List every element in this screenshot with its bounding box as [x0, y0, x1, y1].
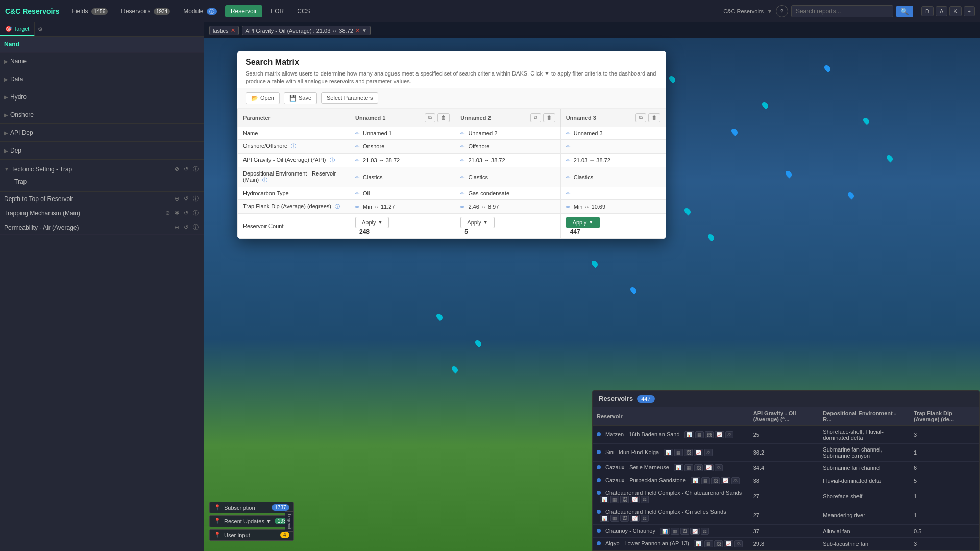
sidebar-row-depth[interactable]: Depth to Top of Reservoir ⊖ ↺ ⓘ: [0, 192, 204, 206]
edit-icon-1-2[interactable]: ✏: [566, 144, 570, 149]
edit-icon-0-2[interactable]: ✏: [566, 131, 570, 136]
save-icon: 💾: [289, 95, 297, 102]
matrix-col-3-header: Unnamed 3 ⧉ 🗑: [560, 109, 666, 127]
perm-action-1[interactable]: ⊖: [173, 223, 181, 232]
sidebar-section-data-header[interactable]: ▶ Data: [4, 73, 200, 85]
sidebar-row-permeability[interactable]: Permeability - Air (Average) ⊖ ↺ ⓘ: [0, 220, 204, 235]
perm-info[interactable]: ⓘ: [191, 223, 200, 232]
help-button[interactable]: ?: [776, 5, 788, 17]
matrix-param-header: Parameter: [238, 109, 350, 127]
sidebar-tab-target[interactable]: 🎯 Target: [0, 22, 35, 36]
matrix-value-cell-3-2: ✏ Clastics: [560, 167, 666, 187]
search-input[interactable]: [791, 5, 893, 17]
sidebar-section-name-header[interactable]: ▶ Name: [4, 56, 200, 67]
sidebar-section-api-header[interactable]: ▶ API Dep: [4, 127, 200, 138]
sidebar-section-hydro-header[interactable]: ▶ Hydro: [4, 91, 200, 103]
trapping-action-3[interactable]: ↺: [182, 209, 190, 217]
edit-icon-2-1[interactable]: ✏: [460, 158, 464, 163]
param-info-icon[interactable]: ⓘ: [330, 157, 335, 163]
map-area: lastics ✕ API Gravity - Oil (Average) : …: [204, 22, 980, 551]
col3-copy-btn[interactable]: ⧉: [635, 113, 646, 122]
tectonic-action-2[interactable]: ↺: [182, 165, 190, 173]
col1-copy-btn[interactable]: ⧉: [425, 113, 435, 122]
matrix-header-row: Parameter Unnamed 1 ⧉ 🗑: [238, 109, 666, 127]
modal-open-btn[interactable]: 📂 Open: [246, 92, 280, 104]
sidebar-section-onshore: ▶ Onshore: [0, 106, 204, 124]
col3-delete-btn[interactable]: 🗑: [648, 113, 660, 122]
edit-icon-1-0[interactable]: ✏: [355, 144, 359, 149]
edit-icon-3-2[interactable]: ✏: [566, 174, 570, 180]
matrix-value-cell-5-1: ✏ 2.46 ↔ 8.97: [455, 199, 560, 213]
param-info-icon[interactable]: ⓘ: [335, 204, 340, 209]
matrix-col-1-header: Unnamed 1 ⧉ 🗑: [350, 109, 455, 127]
edit-icon-0-1[interactable]: ✏: [460, 131, 464, 136]
matrix-value-cell-3-1: ✏ Clastics: [455, 167, 560, 187]
modal-select-params-btn[interactable]: Select Parameters: [321, 92, 378, 104]
param-info-icon[interactable]: ⓘ: [291, 143, 296, 149]
sidebar-section-onshore-header[interactable]: ▶ Onshore: [4, 109, 200, 120]
sidebar: 🎯 Target ⚙ Nand ▶ Name ▶ Data ▶ Hydr: [0, 22, 204, 551]
edit-icon-5-2[interactable]: ✏: [566, 204, 570, 210]
matrix-param-cell: Hydrocarbon Type: [238, 187, 350, 199]
user-btn-a[interactable]: A: [936, 6, 947, 16]
tectonic-action-1[interactable]: ⊘: [173, 165, 181, 173]
sidebar-section-tectonic-header[interactable]: ▼ Tectonic Setting - Trap ⊘ ↺ ⓘ: [4, 163, 200, 176]
edit-icon-1-1[interactable]: ✏: [460, 144, 464, 149]
nav-ccs[interactable]: CCS: [292, 6, 315, 17]
trapping-info[interactable]: ⓘ: [191, 209, 200, 217]
matrix-row: Hydrocarbon Type ✏ Oil ✏ Gas-condensate …: [238, 187, 666, 199]
nav-reservoirs[interactable]: Reservoirs 1934: [116, 6, 175, 17]
sidebar-row-trapping[interactable]: Trapping Mechanism (Main) ⊘ ✱ ↺ ⓘ: [0, 206, 204, 220]
user-btn-d[interactable]: D: [921, 6, 934, 16]
search-matrix-modal: Search Matrix Search matrix allows users…: [237, 51, 666, 239]
edit-icon-3-0[interactable]: ✏: [355, 174, 359, 180]
apply-button-1[interactable]: Apply ▼: [460, 217, 494, 228]
matrix-row: Name ✏ Unnamed 1 ✏ Unnamed 2 ✏ Unnamed 3: [238, 127, 666, 139]
depth-action-1[interactable]: ⊖: [173, 194, 181, 203]
param-info-icon[interactable]: ⓘ: [262, 177, 267, 183]
top-nav: C&C Reservoirs Fields 1456 Reservoirs 19…: [0, 0, 980, 22]
edit-icon-5-1[interactable]: ✏: [460, 204, 464, 210]
perm-action-2[interactable]: ↺: [182, 223, 190, 232]
tectonic-info[interactable]: ⓘ: [191, 165, 200, 173]
cc-reservoirs-link[interactable]: C&C Reservoirs: [723, 8, 764, 14]
edit-icon-3-1[interactable]: ✏: [460, 174, 464, 180]
edit-icon-2-0[interactable]: ✏: [355, 158, 359, 163]
search-submit-button[interactable]: 🔍: [896, 6, 913, 17]
nav-module[interactable]: Module ⓘ: [178, 6, 222, 17]
sidebar-row-trap[interactable]: Trap: [4, 176, 200, 188]
apply-button-0[interactable]: Apply ▼: [355, 217, 389, 228]
matrix-value-cell-3-0: ✏ Clastics: [350, 167, 455, 187]
edit-icon-5-0[interactable]: ✏: [355, 204, 359, 210]
matrix-value-cell-0-1: ✏ Unnamed 2: [455, 127, 560, 139]
user-btn-k[interactable]: K: [949, 6, 961, 16]
nav-eor[interactable]: EOR: [265, 6, 289, 17]
col2-delete-btn[interactable]: 🗑: [543, 113, 555, 122]
modal-overlay: Search Matrix Search matrix allows users…: [204, 22, 980, 551]
sidebar-row-nand[interactable]: Nand: [0, 37, 204, 53]
trapping-action-2[interactable]: ✱: [173, 209, 181, 217]
count-value-2: 447: [570, 228, 580, 235]
nav-fields[interactable]: Fields 1456: [67, 6, 113, 17]
depth-action-2[interactable]: ↺: [182, 194, 190, 203]
edit-icon-4-2[interactable]: ✏: [566, 191, 570, 196]
col1-delete-btn[interactable]: 🗑: [437, 113, 450, 122]
modal-content: Parameter Unnamed 1 ⧉ 🗑: [237, 109, 666, 239]
edit-icon-4-0[interactable]: ✏: [355, 191, 359, 196]
edit-icon-0-0[interactable]: ✏: [355, 131, 359, 136]
modal-save-btn[interactable]: 💾 Save: [284, 92, 317, 104]
edit-icon-4-1[interactable]: ✏: [460, 191, 464, 196]
matrix-param-cell: Trap Flank Dip (Average) (degrees) ⓘ: [238, 199, 350, 213]
matrix-col-2-header: Unnamed 2 ⧉ 🗑: [455, 109, 560, 127]
trapping-action-1[interactable]: ⊘: [164, 209, 172, 217]
depth-info[interactable]: ⓘ: [191, 194, 200, 203]
nav-reservoir[interactable]: Reservoir: [225, 5, 262, 17]
edit-icon-2-2[interactable]: ✏: [566, 158, 570, 163]
matrix-param-cell: Depositional Environment - Reservoir (Ma…: [238, 167, 350, 187]
sidebar-section-dep-header[interactable]: ▶ Dep: [4, 145, 200, 156]
matrix-value-cell-4-0: ✏ Oil: [350, 187, 455, 199]
col2-copy-btn[interactable]: ⧉: [530, 113, 541, 122]
apply-button-2[interactable]: Apply ▼: [566, 217, 600, 228]
matrix-value-cell-2-0: ✏ 21.03 ↔ 38.72: [350, 153, 455, 167]
user-btn-plus[interactable]: +: [964, 6, 975, 16]
